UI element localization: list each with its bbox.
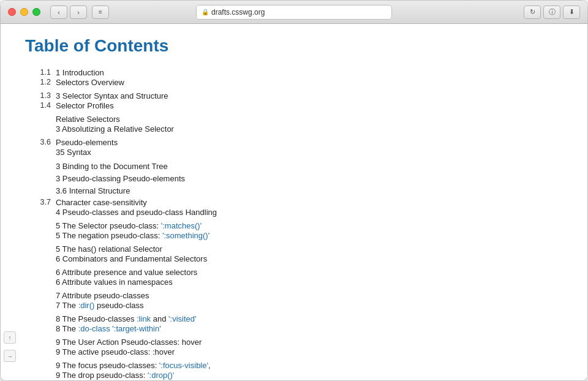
section-title: 9 The focus pseudo-classes: ':focus-visi… [56, 361, 211, 370]
section-num [25, 254, 56, 263]
toc-link[interactable]: ':drop()' [148, 371, 174, 380]
section-num: 1.3 [25, 91, 56, 100]
page-title: Table of Contents [25, 36, 563, 56]
section-num [25, 173, 56, 184]
section-num: 3.6 [25, 138, 56, 147]
toc-row-single-3: 3.6 Internal Structure [25, 186, 563, 197]
up-arrow-icon: ↑ [9, 334, 12, 341]
toc-overlap-7: 5 The has() relational Selector 6 Combin… [25, 244, 563, 266]
section-title: 4 Pseudo-classes and pseudo-class Handli… [56, 208, 217, 217]
section-title: 5 The Selector pseudo-class: ':matches()… [56, 221, 202, 230]
toc-row-single-1: 3 Binding to the Document Tree [25, 161, 563, 172]
section-num [25, 124, 56, 134]
toc-row-overlap: 8 The :do-class ':target-within' [25, 324, 563, 333]
toc-row-overlap: 35 Syntax [25, 148, 563, 157]
section-title: 3 Absolutizing a Relative Selector [56, 124, 174, 134]
toc-row: 5 The has() relational Selector [25, 244, 563, 254]
back-button[interactable]: ‹ [50, 6, 67, 19]
close-button[interactable] [8, 8, 16, 16]
reader-button[interactable]: ≡ [92, 6, 109, 19]
refresh-icon: ↻ [530, 8, 535, 16]
download-icon: ⬇ [569, 8, 575, 16]
section-title: Character case-sensitivity [56, 198, 147, 207]
section-title: 8 The :do-class ':target-within' [56, 324, 161, 333]
back-icon: ‹ [58, 9, 60, 16]
toc-overlap-6: 5 The Selector pseudo-class: ':matches()… [25, 221, 563, 243]
section-title: Selectors Overview [56, 78, 124, 87]
toc-row: 8 The Pseudo-classes :link and ':visited… [25, 314, 563, 323]
section-num [25, 268, 56, 277]
toc-row-overlap: 5 The negation pseudo-class: ':something… [25, 231, 563, 240]
toc-row: 1.1 1 Introduction [25, 68, 563, 77]
toc-link[interactable]: ':target-within' [112, 324, 160, 333]
section-title: Selector Profiles [56, 101, 114, 110]
toc-row-overlap: 7 The :dir() pseudo-class [25, 301, 563, 310]
minimize-button[interactable] [20, 8, 28, 16]
toc-overlap-10: 8 The Pseudo-classes :link and ':visited… [25, 314, 563, 336]
toc-row: 6 Attribute presence and value selectors [25, 268, 563, 277]
info-icon: ⓘ [549, 7, 556, 17]
toc-link[interactable]: ':focus-visible' [159, 361, 208, 370]
section-title: 8 The Pseudo-classes :link and ':visited… [56, 314, 196, 323]
toc-row: 7 Attribute pseudo-classes [25, 291, 563, 300]
section-num: 1.1 [25, 68, 56, 77]
toc-row: 1.3 3 Selector Syntax and Structure [25, 91, 563, 100]
toc-row: 3.6 Pseudo-elements [25, 138, 563, 147]
toc-link[interactable]: :do-class [78, 324, 110, 333]
forward-button[interactable]: › [70, 6, 87, 19]
section-num [25, 208, 56, 217]
toc-row-overlap: 1.2 Selectors Overview [25, 78, 563, 87]
section-num [25, 291, 56, 300]
scroll-down-button[interactable]: → [4, 350, 16, 362]
content-area: ↑ → Table of Contents 1.1 1 Introduction… [1, 24, 587, 380]
main-content[interactable]: Table of Contents 1.1 1 Introduction 1.2… [19, 24, 587, 380]
section-num [25, 231, 56, 240]
toc-link[interactable]: ':visited' [168, 314, 196, 323]
section-num [25, 161, 56, 172]
section-title: 6 Attribute values in namespaces [56, 277, 173, 287]
toc-link[interactable]: ':matches()' [161, 221, 202, 230]
maximize-button[interactable] [32, 8, 40, 16]
toc-overlap-11: 9 The User Action Pseudo-classes: hover … [25, 338, 563, 360]
toc-link[interactable]: :link [137, 314, 151, 323]
toc-overlap-3: Relative Selectors 3 Absolutizing a Rela… [25, 115, 563, 137]
toc-overlap-1: 1.1 1 Introduction 1.2 Selectors Overvie… [25, 68, 563, 90]
section-title: Pseudo-elements [56, 138, 118, 147]
toc-link[interactable]: ':something()' [162, 231, 209, 240]
toc-row: 9 The User Action Pseudo-classes: hover [25, 338, 563, 347]
section-num [25, 115, 56, 124]
section-title: 6 Attribute presence and value selectors [56, 268, 197, 277]
section-title: 6 Combinators and Fundamental Selectors [56, 254, 207, 263]
traffic-lights [8, 8, 40, 16]
section-num [25, 324, 56, 333]
section-num [25, 186, 56, 197]
section-num: 1.4 [25, 101, 56, 110]
section-num [25, 244, 56, 254]
toc-row-overlap: 3 Absolutizing a Relative Selector [25, 124, 563, 134]
down-arrow-icon: → [7, 353, 13, 360]
section-title: 9 The active pseudo-class: :hover [56, 347, 175, 356]
section-title: 3 Binding to the Document Tree [56, 161, 168, 172]
toc-link[interactable]: :dir() [78, 301, 95, 310]
toolbar-right: ↻ ⓘ ⬇ [524, 6, 580, 19]
section-title: 1 Introduction [56, 68, 104, 77]
download-button[interactable]: ⬇ [563, 6, 580, 19]
toc-row-overlap: 9 The drop pseudo-class: ':drop()' [25, 371, 563, 380]
toc-overlap-4: 3.6 Pseudo-elements 35 Syntax [25, 138, 563, 160]
address-bar[interactable]: 🔒 drafts.csswg.org [196, 5, 392, 20]
toc-row: 9 The focus pseudo-classes: ':focus-visi… [25, 361, 563, 370]
toc-list: 1.1 1 Introduction 1.2 Selectors Overvie… [25, 68, 563, 380]
section-title: 3.6 Internal Structure [56, 186, 130, 197]
info-button[interactable]: ⓘ [543, 6, 560, 19]
url-text: drafts.csswg.org [211, 8, 265, 17]
refresh-button[interactable]: ↻ [524, 6, 541, 19]
address-bar-container: 🔒 drafts.csswg.org [1, 5, 587, 20]
toc-row-overlap: 6 Combinators and Fundamental Selectors [25, 254, 563, 263]
section-num [25, 314, 56, 323]
section-title: 9 The User Action Pseudo-classes: hover [56, 338, 202, 347]
section-title: 3 Pseudo-classing Pseudo-elements [56, 173, 185, 184]
sidebar-scroll: ↑ → [1, 24, 19, 380]
toc-overlap-9: 7 Attribute pseudo-classes 7 The :dir() … [25, 291, 563, 313]
forward-icon: › [77, 9, 80, 16]
scroll-up-button[interactable]: ↑ [4, 331, 16, 344]
